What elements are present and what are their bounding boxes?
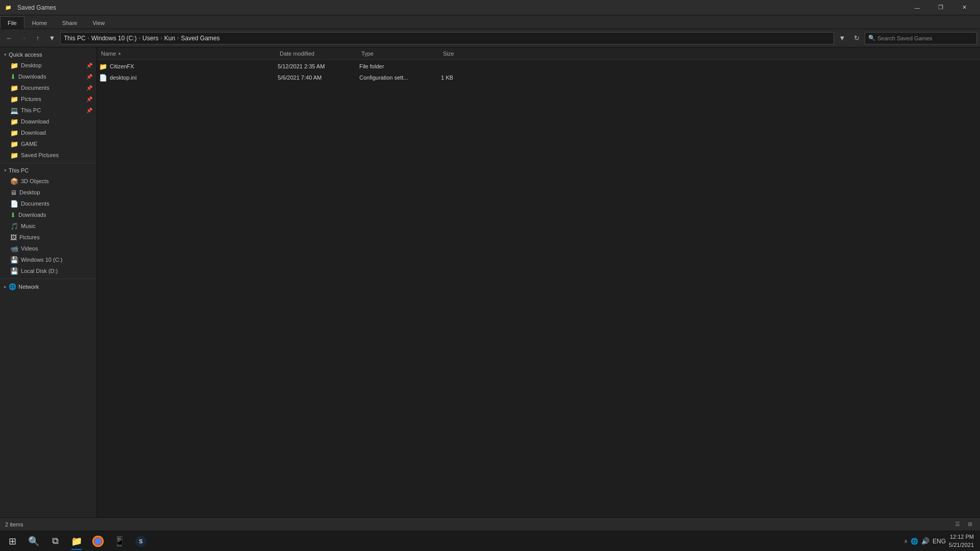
sidebar-item-downloads-pc[interactable]: ⬇ Downloads	[0, 209, 96, 220]
file-cell-type-1: Configuration sett...	[359, 74, 441, 81]
grid-view-button[interactable]: ⊞	[965, 520, 975, 529]
main-content: ▾ Quick access 📁 Desktop 📌 ⬇ Downloads 📌…	[0, 47, 980, 517]
sidebar-item-desktop[interactable]: 📁 Desktop 📌	[0, 60, 96, 71]
sidebar-item-label-windows10: Windows 10 (C:)	[21, 257, 62, 263]
breadcrumb-kun[interactable]: Kun	[164, 35, 175, 42]
sidebar-item-label-pictures: Pictures	[21, 96, 41, 102]
search-placeholder: Search Saved Games	[877, 35, 933, 41]
tab-home[interactable]: Home	[24, 16, 55, 29]
tab-share[interactable]: Share	[55, 16, 85, 29]
file-cell-name-0: 📁 CitizenFX	[99, 63, 278, 70]
close-button[interactable]: ✕	[952, 0, 976, 15]
tab-file[interactable]: File	[0, 16, 24, 29]
sidebar-item-saved-pictures[interactable]: 📁 Saved Pictures	[0, 149, 96, 161]
chrome-icon	[92, 536, 104, 547]
file-area: Name ▲ Date modified Type Size 📁 Citizen…	[97, 47, 980, 517]
steam-button[interactable]: S	[131, 532, 151, 551]
phone-link-button[interactable]: 📱	[109, 532, 130, 551]
title-bar: 📁 Saved Games — ❐ ✕	[0, 0, 980, 15]
path-dropdown-button[interactable]: ▼	[836, 32, 848, 44]
clock-date: 5/21/2021	[949, 541, 974, 549]
restore-button[interactable]: ❐	[929, 0, 952, 15]
sidebar-item-label-music: Music	[21, 223, 36, 229]
documents-pc-icon: 📄	[10, 200, 18, 208]
recent-button[interactable]: ▼	[46, 32, 58, 44]
sidebar-section-this-pc[interactable]: ▾ This PC	[0, 165, 96, 176]
sidebar-item-label-downloads: Downloads	[18, 73, 46, 80]
address-path[interactable]: This PC › Windows 10 (C:) › Users › Kun …	[60, 32, 834, 44]
status-bar: 2 items ☰ ⊞	[0, 517, 980, 531]
videos-icon: 📹	[10, 245, 18, 253]
search-box[interactable]: 🔍 Search Saved Games	[865, 32, 977, 44]
breadcrumb-this-pc[interactable]: This PC	[64, 35, 86, 42]
sidebar-item-label-pictures-pc: Pictures	[19, 234, 40, 240]
tab-view[interactable]: View	[85, 16, 112, 29]
desktop-pc-icon: 🖥	[10, 189, 17, 196]
sidebar-item-documents-pc[interactable]: 📄 Documents	[0, 198, 96, 209]
up-button[interactable]: ↑	[32, 32, 44, 44]
file-explorer-button[interactable]: 📁	[66, 532, 87, 551]
sidebar-item-videos[interactable]: 📹 Videos	[0, 243, 96, 254]
pictures-pc-icon: 🖼	[10, 234, 17, 241]
col-header-name[interactable]: Name ▲	[99, 47, 278, 59]
sidebar-item-music[interactable]: 🎵 Music	[0, 220, 96, 232]
breadcrumb-windows10[interactable]: Windows 10 (C:)	[91, 35, 137, 42]
ribbon: File Home Share View	[0, 15, 980, 29]
sidebar-item-download[interactable]: 📁 Download	[0, 127, 96, 138]
download-icon: 📁	[10, 129, 18, 137]
sidebar-item-game[interactable]: 📁 GAME	[0, 138, 96, 149]
taskbar-clock[interactable]: 12:12 PM 5/21/2021	[949, 533, 974, 549]
sidebar: ▾ Quick access 📁 Desktop 📌 ⬇ Downloads 📌…	[0, 47, 97, 517]
col-header-type[interactable]: Type	[359, 47, 441, 59]
task-view-icon: ⧉	[52, 536, 59, 546]
breadcrumb-users[interactable]: Users	[142, 35, 158, 42]
sidebar-section-quick-access[interactable]: ▾ Quick access	[0, 49, 96, 60]
pictures-icon: 📁	[10, 95, 18, 103]
clock-time: 12:12 PM	[949, 533, 974, 541]
search-button[interactable]: 🔍	[23, 532, 44, 551]
refresh-button[interactable]: ↻	[850, 32, 863, 44]
sidebar-item-label-download: Download	[21, 130, 46, 136]
sidebar-item-doawnload[interactable]: 📁 Doawnload	[0, 116, 96, 127]
sidebar-item-documents[interactable]: 📁 Documents 📌	[0, 82, 96, 93]
network-tray-icon[interactable]: 🌐	[911, 538, 918, 545]
sidebar-item-windows10[interactable]: 💾 Windows 10 (C:)	[0, 254, 96, 265]
local-d-icon: 💾	[10, 267, 18, 275]
folder-icon-citizenfx: 📁	[99, 63, 107, 70]
3d-objects-icon: 📦	[10, 178, 18, 185]
table-row[interactable]: 📄 desktop.ini 5/6/2021 7:40 AM Configura…	[97, 72, 980, 83]
file-icon-ini: 📄	[99, 74, 107, 82]
forward-button[interactable]: →	[17, 32, 30, 44]
windows10-icon: 💾	[10, 256, 18, 264]
sidebar-item-desktop-pc[interactable]: 🖥 Desktop	[0, 187, 96, 198]
sidebar-item-pictures[interactable]: 📁 Pictures 📌	[0, 93, 96, 105]
minimize-button[interactable]: —	[905, 0, 929, 15]
col-header-size[interactable]: Size	[441, 47, 492, 59]
speaker-tray-icon[interactable]: 🔊	[921, 537, 929, 545]
title-bar-controls: — ❐ ✕	[905, 0, 976, 15]
sidebar-item-pictures-pc[interactable]: 🖼 Pictures	[0, 232, 96, 243]
table-row[interactable]: 📁 CitizenFX 5/12/2021 2:35 AM File folde…	[97, 61, 980, 72]
sidebar-item-this-pc-quick[interactable]: 💻 This PC 📌	[0, 105, 96, 116]
language-indicator[interactable]: ENG	[933, 538, 946, 545]
sidebar-item-label-doawnload: Doawnload	[21, 118, 49, 124]
sidebar-section-network[interactable]: ▸ 🌐 Network	[0, 281, 96, 292]
start-button[interactable]: ⊞	[2, 532, 22, 551]
taskbar-right: ∧ 🌐 🔊 ENG 12:12 PM 5/21/2021	[904, 533, 978, 549]
breadcrumb-saved-games[interactable]: Saved Games	[181, 35, 219, 42]
tray-chevron[interactable]: ∧	[904, 538, 908, 544]
search-taskbar-icon: 🔍	[28, 536, 39, 547]
steam-icon: S	[135, 536, 146, 547]
sidebar-item-label-3d: 3D Objects	[21, 178, 48, 184]
pin-icon-pc: 📌	[86, 108, 92, 113]
back-button[interactable]: ←	[3, 32, 15, 44]
list-view-button[interactable]: ☰	[952, 520, 963, 529]
pin-icon-docs: 📌	[86, 85, 92, 91]
sidebar-item-downloads[interactable]: ⬇ Downloads 📌	[0, 71, 96, 82]
chrome-button[interactable]	[88, 532, 108, 551]
task-view-button[interactable]: ⧉	[45, 532, 65, 551]
sidebar-item-label-documents: Documents	[21, 85, 50, 91]
sidebar-item-local-d[interactable]: 💾 Local Disk (D:)	[0, 265, 96, 277]
col-header-date[interactable]: Date modified	[278, 47, 359, 59]
sidebar-item-3d-objects[interactable]: 📦 3D Objects	[0, 176, 96, 187]
